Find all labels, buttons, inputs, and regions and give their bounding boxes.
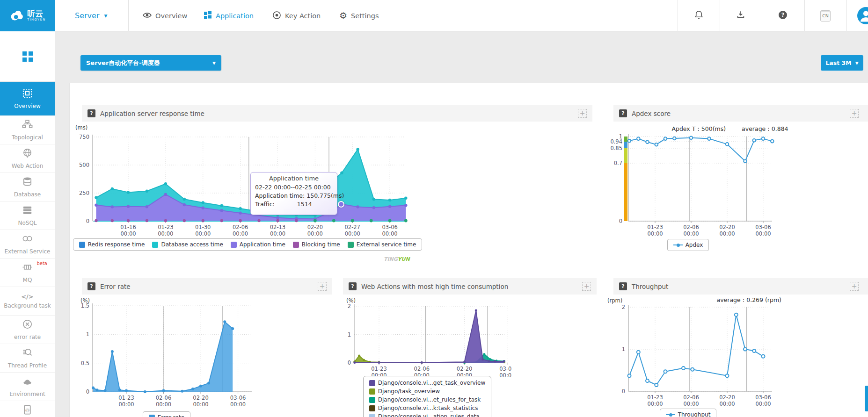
application-selector-dropdown[interactable]: Server自动化平台-调度器 ▼: [80, 55, 221, 71]
svg-text:00:00: 00:00: [118, 401, 134, 408]
expand-icon[interactable]: +: [850, 109, 859, 118]
legend-item[interactable]: External service time: [348, 241, 416, 248]
sidebar-item-topological[interactable]: Topological: [0, 116, 55, 144]
sidebar-item-overview[interactable]: Overview: [0, 82, 55, 116]
tooltip-period: 02-22 00:00--02-25 00:00: [255, 183, 333, 192]
highlighted-point-marker: [338, 201, 344, 208]
legend-item[interactable]: Application time: [231, 241, 285, 248]
product-switch-dropdown[interactable]: Server ▼: [75, 0, 107, 31]
sidebar-item-nosql[interactable]: NoSQL: [0, 201, 55, 230]
sidebar-item-external-service[interactable]: External Service: [0, 230, 55, 259]
help-icon[interactable]: ?: [619, 282, 627, 290]
legend-item[interactable]: Django/console.vi...et_rules_for_task: [369, 396, 481, 403]
server-list-icon: [22, 205, 33, 217]
sidebar-item-mq[interactable]: beta MQ: [0, 259, 55, 287]
legend-item[interactable]: Django/task_overview: [369, 388, 440, 395]
help-button[interactable]: ?: [762, 0, 803, 31]
download-button[interactable]: [720, 0, 761, 31]
svg-text:00:00: 00:00: [230, 401, 246, 408]
sidebar-item-database[interactable]: Database: [0, 173, 55, 201]
logo-text-zh: 听云: [27, 10, 43, 18]
svg-text:00:00: 00:00: [647, 401, 663, 407]
legend-item[interactable]: Error rate: [149, 414, 184, 417]
user-avatar[interactable]: [857, 7, 868, 26]
target-icon: [272, 11, 281, 21]
response-time-legend: Redis response timeDatabase access timeA…: [83, 238, 412, 251]
response-time-chart[interactable]: 750500250001-1600:0001-2300:0001-3000:00…: [75, 121, 423, 238]
sidebar-item-label: Overview: [14, 103, 41, 109]
legend-item[interactable]: Apdex: [673, 242, 703, 248]
sitemap-icon: [22, 119, 33, 132]
time-range-dropdown[interactable]: Last 3M ▼: [821, 55, 863, 71]
legend-item[interactable]: Database access time: [152, 241, 223, 248]
legend-item[interactable]: Blocking time: [293, 241, 340, 248]
apdex-legend: Apdex: [599, 239, 777, 251]
legend-item[interactable]: Throughput: [666, 411, 711, 417]
svg-text:00:00: 00:00: [719, 401, 735, 407]
error-rate-chart[interactable]: 1.510.5001-2300:0002-0600:0002-2000:0003…: [78, 295, 255, 411]
panel-title: Throughput: [632, 283, 668, 290]
svg-text:01-16: 01-16: [120, 224, 136, 230]
y-unit-web: (%): [346, 297, 356, 304]
panel-throughput-header: ? Throughput +: [613, 278, 868, 295]
apdex-chart[interactable]: 10.940.850.7001-2300:0002-0600:0002-2000…: [599, 130, 777, 242]
svg-text:01-23: 01-23: [647, 224, 663, 230]
tab-application[interactable]: Application: [204, 0, 254, 31]
legend-item[interactable]: Django/console.vi...k:task_statistics: [369, 405, 478, 411]
chevron-down-icon: ▼: [855, 61, 859, 65]
sidebar-item-environment[interactable]: Environment: [0, 373, 55, 401]
legend-item[interactable]: Redis response time: [79, 241, 145, 248]
sidebar-item-background-task[interactable]: </> Background task: [0, 287, 55, 316]
help-icon[interactable]: ?: [349, 282, 357, 290]
sidebar-item-label: Web Action: [12, 163, 44, 169]
svg-text:02-06: 02-06: [233, 224, 248, 230]
legend-item[interactable]: Django/console.vi...ation_rules_data: [369, 413, 480, 417]
svg-text:00:00: 00:00: [683, 401, 699, 407]
apps-menu-button[interactable]: [0, 31, 55, 82]
help-icon[interactable]: ?: [88, 109, 95, 117]
help-icon[interactable]: ?: [88, 282, 95, 290]
sidebar-item-label: MQ: [23, 277, 32, 283]
svg-text:03-06: 03-06: [499, 366, 511, 372]
tab-label: Key Action: [285, 12, 321, 20]
throughput-average: average：0.269 (rpm): [678, 296, 781, 304]
svg-text:01-23: 01-23: [371, 366, 387, 372]
language-button[interactable]: CN: [805, 0, 846, 31]
throughput-chart[interactable]: 21001-2300:0002-0600:0002-2000:0003-0600…: [599, 295, 777, 411]
svg-text:02-06: 02-06: [683, 394, 699, 401]
notifications-button[interactable]: [678, 0, 719, 31]
help-icon: ?: [778, 10, 788, 22]
expand-icon[interactable]: +: [850, 282, 859, 291]
tab-key-action[interactable]: Key Action: [272, 0, 321, 31]
help-icon[interactable]: ?: [619, 109, 627, 117]
web-actions-chart[interactable]: 21001-2300:0002-0600:0002-2000:0003-0600…: [343, 295, 511, 379]
sidebar-item-report[interactable]: @ Report: [0, 401, 55, 417]
sidebar-item-error-rate[interactable]: error rate: [0, 316, 55, 344]
divider: [846, 0, 847, 31]
svg-text:00:00: 00:00: [719, 230, 735, 237]
panel-title: Application server response time: [100, 110, 204, 117]
side-float-button[interactable]: [865, 386, 868, 411]
search-lines-icon: [22, 347, 33, 360]
svg-text:2: 2: [348, 303, 351, 309]
svg-text:02-20: 02-20: [193, 395, 208, 401]
tab-overview[interactable]: Overview: [143, 0, 187, 31]
svg-text:00:00: 00:00: [755, 401, 771, 407]
legend-item[interactable]: Django/console.vi...get_task_overview: [369, 380, 485, 386]
expand-icon[interactable]: +: [578, 109, 587, 118]
sidebar-item-label: External Service: [5, 248, 51, 255]
left-sidebar: Overview Topological Web Action Database…: [0, 31, 55, 417]
sidebar-item-thread-profile[interactable]: Thread Profile: [0, 344, 55, 373]
tab-settings[interactable]: ⚙ Settings: [339, 0, 379, 31]
svg-text:01-23: 01-23: [647, 394, 663, 401]
svg-text:02-20: 02-20: [719, 394, 735, 401]
throughput-legend: Throughput: [599, 409, 777, 417]
sidebar-item-web-action[interactable]: Web Action: [0, 144, 55, 173]
sidebar-item-label: Environment: [9, 391, 45, 397]
tab-label: Application: [216, 12, 254, 20]
tingyun-logo[interactable]: 听云 TINGYUN: [0, 0, 55, 31]
svg-text:03-06: 03-06: [230, 395, 246, 401]
expand-icon[interactable]: +: [318, 282, 327, 291]
panel-web-actions-header: ? Web Actions with most high time consum…: [343, 278, 597, 295]
expand-icon[interactable]: +: [582, 282, 591, 291]
